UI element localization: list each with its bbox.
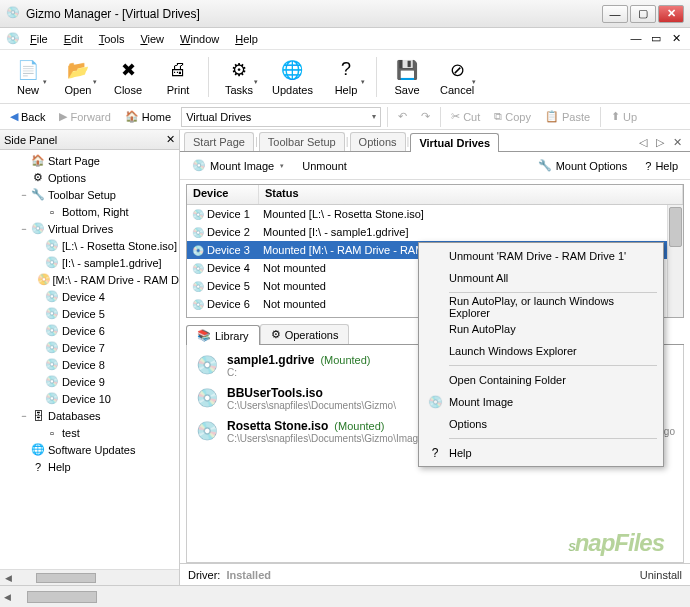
tree-node[interactable]: 💿Device 10	[0, 390, 179, 407]
ctx-item[interactable]: Options	[421, 413, 661, 435]
menu-window[interactable]: Window	[174, 31, 225, 47]
tree-node[interactable]: 🌐Software Updates	[0, 441, 179, 458]
tree-node[interactable]: −🗄Databases	[0, 407, 179, 424]
col-device[interactable]: Device	[187, 185, 259, 204]
save-button[interactable]: 💾Save	[385, 53, 429, 101]
new-button[interactable]: 📄New▾	[6, 53, 50, 101]
ctx-item[interactable]: 💿Mount Image	[421, 391, 661, 413]
tab-close[interactable]: ✕	[669, 134, 686, 151]
mdi-minimize-button[interactable]: —	[628, 32, 644, 45]
side-panel: Side Panel ✕ 🏠Start Page⚙Options−🔧Toolba…	[0, 130, 180, 585]
tree-node[interactable]: 💿Device 4	[0, 288, 179, 305]
tab-prev[interactable]: ◁	[635, 134, 651, 151]
up-icon: ⬆	[611, 110, 620, 123]
tree-node[interactable]: ⚙Options	[0, 169, 179, 186]
window-hscroll[interactable]: ◀	[0, 585, 690, 607]
tree-node[interactable]: −💿Virtual Drives	[0, 220, 179, 237]
uninstall-link[interactable]: Uninstall	[640, 569, 682, 581]
close-button-tb[interactable]: ✖Close	[106, 53, 150, 101]
table-vscroll[interactable]	[667, 205, 683, 317]
ctx-item[interactable]: Run AutoPlay	[421, 318, 661, 340]
tree-node[interactable]: 📀[M:\ - RAM Drive - RAM D	[0, 271, 179, 288]
library-state: (Mounted)	[334, 420, 384, 432]
mdi-close-button[interactable]: ✕	[668, 32, 684, 45]
ctx-item[interactable]: Unmount All	[421, 267, 661, 289]
maximize-button[interactable]: ▢	[630, 5, 656, 23]
library-icon: 📚	[197, 329, 211, 342]
side-panel-hscroll[interactable]: ◀	[0, 569, 179, 585]
ctx-label: Unmount All	[449, 272, 508, 284]
tree-icon: ⚙	[30, 170, 46, 186]
app-menu-icon[interactable]: 💿	[6, 32, 20, 45]
ctx-label: Open Containing Folder	[449, 374, 566, 386]
up-button[interactable]: ⬆Up	[607, 108, 641, 125]
tree-node[interactable]: ▫test	[0, 424, 179, 441]
tree-node[interactable]: 💿[L:\ - Rosetta Stone.iso]	[0, 237, 179, 254]
disc-icon: 💿	[191, 243, 205, 257]
disc-icon: 💿	[191, 315, 205, 317]
tree-node[interactable]: 💿Device 8	[0, 356, 179, 373]
updates-button[interactable]: 🌐Updates	[267, 53, 318, 101]
menu-tools[interactable]: Tools	[93, 31, 131, 47]
paste-button[interactable]: 📋Paste	[541, 108, 594, 125]
help-button-tb[interactable]: ?Help▾	[324, 53, 368, 101]
tree-view[interactable]: 🏠Start Page⚙Options−🔧Toolbar Setup▫Botto…	[0, 150, 179, 569]
cancel-button[interactable]: ⊘Cancel▾	[435, 53, 479, 101]
side-panel-close-button[interactable]: ✕	[166, 133, 175, 146]
col-status[interactable]: Status	[259, 185, 683, 204]
ctx-item[interactable]: Launch Windows Explorer	[421, 340, 661, 362]
tab-toolbar-setup[interactable]: Toolbar Setup	[259, 132, 345, 151]
tab-options[interactable]: Options	[350, 132, 406, 151]
mount-image-button[interactable]: 💿Mount Image▾	[188, 157, 288, 174]
tree-label: [M:\ - RAM Drive - RAM D	[53, 274, 180, 286]
tree-node[interactable]: 🏠Start Page	[0, 152, 179, 169]
tree-node[interactable]: 💿[I:\ - sample1.gdrive]	[0, 254, 179, 271]
redo-button[interactable]: ↷	[417, 108, 434, 125]
minimize-button[interactable]: —	[602, 5, 628, 23]
table-row[interactable]: 💿Device 2Mounted [I:\ - sample1.gdrive]	[187, 223, 683, 241]
menu-help[interactable]: Help	[229, 31, 264, 47]
mount-options-button[interactable]: 🔧Mount Options	[534, 157, 632, 174]
copy-button[interactable]: ⧉Copy	[490, 108, 535, 125]
tree-node[interactable]: ▫Bottom, Right	[0, 203, 179, 220]
ctx-item[interactable]: Run AutoPlay, or launch Windows Explorer	[421, 296, 661, 318]
tree-twisty[interactable]: −	[18, 411, 30, 421]
menu-edit[interactable]: Edit	[58, 31, 89, 47]
library-state: (Mounted)	[320, 354, 370, 366]
tree-node[interactable]: 💿Device 7	[0, 339, 179, 356]
tree-node[interactable]: ?Help	[0, 458, 179, 475]
back-button[interactable]: ◀Back	[6, 108, 49, 125]
home-button[interactable]: 🏠Home	[121, 108, 175, 125]
disc-icon: 💿	[191, 207, 205, 221]
tab-start-page[interactable]: Start Page	[184, 132, 254, 151]
tree-node[interactable]: 💿Device 6	[0, 322, 179, 339]
ctx-item[interactable]: ?Help	[421, 442, 661, 464]
tab-library[interactable]: 📚Library	[186, 325, 260, 345]
unmount-button[interactable]: Unmount	[298, 158, 351, 174]
menu-view[interactable]: View	[134, 31, 170, 47]
tree-twisty[interactable]: −	[18, 224, 30, 234]
open-button[interactable]: 📂Open▾	[56, 53, 100, 101]
ctx-item[interactable]: Unmount 'RAM Drive - RAM Drive 1'	[421, 245, 661, 267]
tree-node[interactable]: 💿Device 5	[0, 305, 179, 322]
cut-button[interactable]: ✂Cut	[447, 108, 484, 125]
operations-icon: ⚙	[271, 328, 281, 341]
tree-node[interactable]: 💿Device 9	[0, 373, 179, 390]
tab-next[interactable]: ▷	[652, 134, 668, 151]
tree-twisty[interactable]: −	[18, 190, 30, 200]
undo-button[interactable]: ↶	[394, 108, 411, 125]
ctx-item[interactable]: Open Containing Folder	[421, 369, 661, 391]
menu-file[interactable]: FFileile	[24, 31, 54, 47]
forward-button[interactable]: ▶Forward	[55, 108, 114, 125]
mdi-restore-button[interactable]: ▭	[648, 32, 664, 45]
print-button[interactable]: 🖨Print	[156, 53, 200, 101]
table-row[interactable]: 💿Device 1Mounted [L:\ - Rosetta Stone.is…	[187, 205, 683, 223]
help-button[interactable]: ?Help	[641, 158, 682, 174]
tab-operations[interactable]: ⚙Operations	[260, 324, 350, 344]
address-bar[interactable]: Virtual Drives▾	[181, 107, 381, 127]
tasks-button[interactable]: ⚙Tasks▾	[217, 53, 261, 101]
tab-virtual-drives[interactable]: Virtual Drives	[410, 133, 499, 152]
close-button[interactable]: ✕	[658, 5, 684, 23]
tree-label: Virtual Drives	[48, 223, 113, 235]
tree-node[interactable]: −🔧Toolbar Setup	[0, 186, 179, 203]
